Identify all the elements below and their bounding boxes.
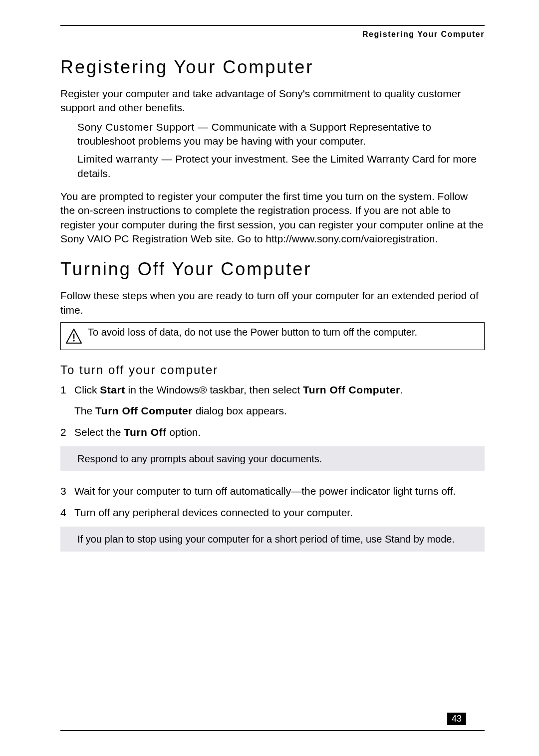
benefit-item: Sony Customer Support — Communicate with… bbox=[77, 120, 485, 149]
step-sub: The Turn Off Computer dialog box appears… bbox=[74, 404, 485, 418]
bottom-rule bbox=[60, 730, 485, 731]
step-text: in the Windows® taskbar, then select bbox=[125, 384, 303, 395]
step-text: The bbox=[74, 405, 95, 416]
benefit-lead: Sony Customer Support — bbox=[77, 121, 212, 133]
step-bold: Start bbox=[100, 384, 125, 395]
step-item: 3 Wait for your computer to turn off aut… bbox=[60, 484, 485, 498]
step-bold: Turn Off Computer bbox=[95, 405, 193, 416]
step-item: 2 Select the Turn Off option. bbox=[60, 425, 485, 439]
heading-registering: Registering Your Computer bbox=[60, 57, 485, 78]
step-text: dialog box appears. bbox=[193, 405, 287, 416]
caution-box: To avoid loss of data, do not use the Po… bbox=[60, 322, 485, 350]
step-text: Select the bbox=[74, 426, 124, 438]
benefit-list: Sony Customer Support — Communicate with… bbox=[60, 120, 485, 181]
step-bold: Turn Off bbox=[124, 426, 166, 438]
step-text: Click bbox=[74, 384, 100, 395]
page-number: 43 bbox=[447, 713, 466, 725]
step-text: option. bbox=[167, 426, 201, 438]
registering-intro: Register your computer and take advantag… bbox=[60, 87, 485, 115]
step-body: Select the Turn Off option. bbox=[74, 425, 485, 439]
step-body: Wait for your computer to turn off autom… bbox=[74, 484, 485, 498]
caution-icon bbox=[66, 326, 88, 346]
step-list-2: 3 Wait for your computer to turn off aut… bbox=[60, 484, 485, 520]
top-rule bbox=[60, 25, 485, 26]
step-body: Turn off any peripheral devices connecte… bbox=[74, 506, 485, 520]
step-number: 1 bbox=[60, 383, 74, 418]
step-bold: Turn Off Computer bbox=[303, 384, 400, 395]
step-number: 2 bbox=[60, 425, 74, 439]
page-container: Registering Your Computer Registering Yo… bbox=[60, 25, 485, 736]
subheading-turn-off: To turn off your computer bbox=[60, 363, 485, 377]
step-number: 4 bbox=[60, 506, 74, 520]
registering-para2: You are prompted to register your comput… bbox=[60, 189, 485, 246]
warning-triangle-icon bbox=[66, 329, 82, 344]
caution-text: To avoid loss of data, do not use the Po… bbox=[88, 326, 479, 339]
step-item: 1 Click Start in the Windows® taskbar, t… bbox=[60, 383, 485, 418]
step-text: . bbox=[400, 384, 403, 395]
step-number: 3 bbox=[60, 484, 74, 498]
benefit-item: Limited warranty — Protect your investme… bbox=[77, 152, 485, 181]
running-header: Registering Your Computer bbox=[60, 30, 485, 39]
step-list: 1 Click Start in the Windows® taskbar, t… bbox=[60, 383, 485, 439]
heading-turning-off: Turning Off Your Computer bbox=[60, 259, 485, 280]
turning-off-intro: Follow these steps when you are ready to… bbox=[60, 289, 485, 317]
step-item: 4 Turn off any peripheral devices connec… bbox=[60, 506, 485, 520]
note-bar: If you plan to stop using your computer … bbox=[60, 527, 485, 552]
note-bar: Respond to any prompts about saving your… bbox=[60, 446, 485, 471]
step-body: Click Start in the Windows® taskbar, the… bbox=[74, 383, 485, 418]
benefit-lead: Limited warranty — bbox=[77, 153, 175, 165]
svg-point-1 bbox=[73, 340, 74, 341]
